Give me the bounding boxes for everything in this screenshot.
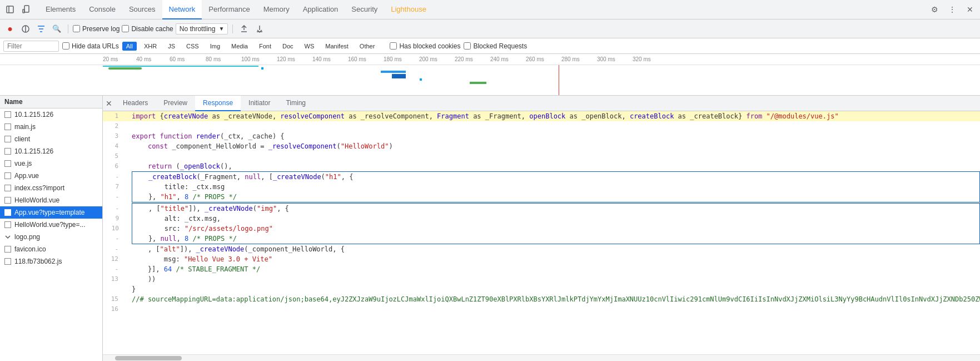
file-list: Name 10.1.215.126 main.js client 10.1.21… [0,96,103,361]
filter-other[interactable]: Other [356,42,379,51]
tab-sources[interactable]: Sources [122,0,162,19]
file-item-11[interactable]: favicon.ico [0,243,102,255]
code-line-10: - , ["title"]), _createVNode("img", { [103,204,979,214]
filter-ws[interactable]: WS [301,42,319,51]
inspect-icon[interactable] [2,2,18,17]
filter-media[interactable]: Media [227,42,252,51]
file-checkbox-3 [4,148,11,155]
tab-application[interactable]: Application [296,0,345,19]
filter-font[interactable]: Font [255,42,275,51]
file-item-10[interactable]: logo.png [0,231,102,243]
code-content[interactable]: 1 import {createVNode as _createVNode, r… [103,111,980,354]
tab-performance[interactable]: Performance [202,0,256,19]
code-line-7: - _createBlock(_Fragment, null, [_create… [103,172,979,182]
has-blocked-cookies-checkbox[interactable] [390,42,397,50]
stop-btn[interactable] [19,22,32,36]
tab-elements[interactable]: Elements [39,0,82,19]
network-toolbar: ● 🔍 Preserve log Disable cache No thrott… [0,19,980,38]
file-checkbox-8 [4,209,11,216]
code-line-18: } [103,284,980,294]
code-line-4: 4 const _component_HelloWorld = _resolve… [103,141,980,151]
settings-icon[interactable]: ⚙ [927,2,942,17]
filter-all[interactable]: All [122,42,137,51]
code-line-1: 1 import {createVNode as _createVNode, r… [103,111,980,121]
filter-manifest[interactable]: Manifest [321,42,352,51]
tab-lighthouse[interactable]: Lighthouse [384,0,433,19]
sub-tabs: ✕ Headers Preview Response Initiator Tim… [103,96,980,111]
filter-bar: Hide data URLs All XHR JS CSS Img Media … [0,38,980,54]
code-line-9: - }, "h1", 8 /* PROPS */ [103,192,979,202]
code-line-16: - }], 64 /* STABLE_FRAGMENT */ [103,264,980,274]
filter-icon[interactable] [34,22,48,36]
scrollbar-thumb[interactable] [115,356,182,360]
file-item-2[interactable]: client [0,133,102,145]
tab-network[interactable]: Network [162,0,202,19]
file-item-3[interactable]: 10.1.215.126 [0,145,102,157]
device-icon[interactable] [19,2,34,17]
more-icon[interactable]: ⋮ [944,2,960,17]
download-icon[interactable] [253,22,266,36]
throttle-select[interactable]: No throttling ▼ [176,23,228,34]
file-checkbox-4 [4,160,11,167]
has-blocked-cookies-label[interactable]: Has blocked cookies [390,42,460,50]
hide-data-urls-label[interactable]: Hide data URLs [62,42,119,50]
sub-tab-timing[interactable]: Timing [278,96,314,111]
upload-icon[interactable] [237,22,251,36]
filter-img[interactable]: Img [206,42,224,51]
file-item-7[interactable]: HelloWorld.vue [0,194,102,206]
preserve-log-checkbox[interactable] [73,25,80,32]
tab-memory[interactable]: Memory [257,0,296,19]
disable-cache-label[interactable]: Disable cache [122,25,173,33]
code-line-8: 7 title: _ctx.msg [103,182,979,192]
sub-tab-headers[interactable]: Headers [115,96,156,111]
file-checkbox-7 [4,197,11,204]
filter-doc[interactable]: Doc [278,42,297,51]
file-item-4[interactable]: vue.js [0,157,102,170]
file-checkbox-2 [4,136,11,142]
file-checkbox-5 [4,172,11,179]
blocked-requests-checkbox[interactable] [464,42,471,50]
sub-tab-initiator[interactable]: Initiator [241,96,278,111]
chevron-down-icon: ▼ [218,26,224,32]
search-icon[interactable]: 🔍 [50,22,63,36]
timeline-ruler: 20 ms 40 ms 60 ms 80 ms 100 ms 120 ms 14… [0,54,980,65]
close-icon[interactable]: ✕ [962,2,978,17]
separator-1 [68,24,68,33]
sub-tab-response[interactable]: Response [195,96,241,111]
timeline-tracks [0,65,980,95]
preserve-log-label[interactable]: Preserve log [73,25,120,33]
file-checkbox-9 [4,221,11,228]
code-scrollbar[interactable] [103,354,980,361]
tab-security[interactable]: Security [345,0,384,19]
devtools-icons [2,2,34,17]
file-item-1[interactable]: main.js [0,121,102,133]
separator-2 [232,24,233,33]
file-item-9[interactable]: HelloWorld.vue?type=... [0,219,102,231]
svg-rect-0 [7,6,13,13]
filter-js[interactable]: JS [164,42,179,51]
file-item-8[interactable]: App.vue?type=template [0,206,102,219]
sub-tab-preview[interactable]: Preview [156,96,195,111]
file-checkbox-6 [4,185,11,191]
file-item-12[interactable]: 118.fb73b062.js [0,255,102,268]
timeline-area: 20 ms 40 ms 60 ms 80 ms 100 ms 120 ms 14… [0,54,980,96]
file-item-5[interactable]: App.vue [0,170,102,182]
code-line-14: - , ["alt"]), _createVNode(_component_He… [103,244,980,254]
blocked-requests-label[interactable]: Blocked Requests [464,42,527,50]
sub-tab-close[interactable]: ✕ [103,96,115,111]
code-line-13: - }, null, 8 /* PROPS */ [103,234,979,244]
code-line-17: 13 )) [103,274,980,284]
filter-input[interactable] [3,41,59,52]
record-btn[interactable]: ● [3,22,17,36]
tab-console[interactable]: Console [82,0,122,19]
file-checkbox-1 [4,123,11,130]
hide-data-urls-checkbox[interactable] [62,42,69,50]
file-checkbox-10 [4,234,11,240]
file-item-6[interactable]: index.css?import [0,182,102,194]
tab-bar: Elements Console Sources Network Perform… [0,0,980,19]
file-item-0[interactable]: 10.1.215.126 [0,108,102,121]
filter-css[interactable]: CSS [182,42,203,51]
filter-xhr[interactable]: XHR [140,42,161,51]
svg-rect-3 [23,9,24,13]
disable-cache-checkbox[interactable] [122,25,129,32]
